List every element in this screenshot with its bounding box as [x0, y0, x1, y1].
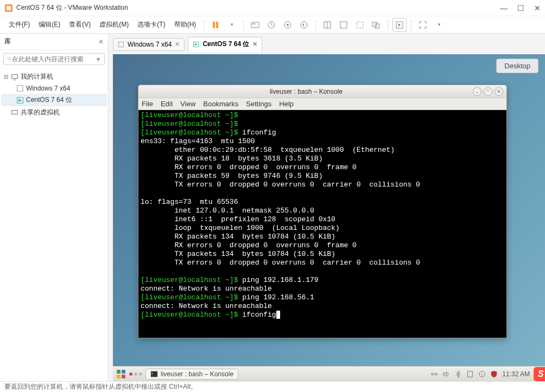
terminal-icon	[150, 370, 158, 378]
minimize-button[interactable]: —	[500, 4, 508, 12]
menu-edit[interactable]: 编辑(E)	[35, 18, 64, 31]
send-key-button[interactable]	[248, 18, 262, 32]
vmware-icon	[4, 4, 13, 12]
svg-rect-2	[213, 22, 215, 28]
konsole-menu-file[interactable]: File	[142, 100, 153, 108]
search-input[interactable]: ▼	[3, 53, 105, 65]
svg-rect-4	[251, 22, 259, 28]
konsole-menu-view[interactable]: View	[180, 100, 195, 108]
snapshot-manage-button[interactable]	[281, 18, 295, 32]
svg-rect-14	[357, 22, 363, 28]
tree-item-label: Windows 7 x64	[26, 85, 70, 92]
menu-vm[interactable]: 虚拟机(M)	[96, 18, 132, 31]
svg-rect-5	[252, 23, 254, 24]
svg-rect-30	[122, 375, 125, 378]
bluetooth-icon[interactable]	[454, 370, 462, 378]
revert-button[interactable]	[297, 18, 311, 32]
vm-display[interactable]: Desktop liveuser : bash – Konsole ⌄ ⌃ ✕ …	[113, 54, 545, 381]
terminal-output[interactable]: [liveuser@localhost ~]$ [liveuser@localh…	[138, 110, 506, 338]
tree-shared-label: 共享的虚拟机	[21, 108, 60, 117]
tree-item-windows7[interactable]: Windows 7 x64	[1, 83, 107, 94]
search-icon	[7, 56, 12, 62]
task-label: liveuser : bash – Konsole	[161, 370, 233, 378]
tree-item-centos7[interactable]: CentOS 7 64 位	[1, 94, 107, 106]
search-field[interactable]	[12, 55, 93, 63]
shared-icon	[11, 109, 18, 117]
konsole-menu-settings[interactable]: Settings	[246, 100, 271, 108]
close-panel-icon[interactable]: ✕	[98, 38, 104, 46]
dropdown-icon[interactable]: ▼	[432, 18, 446, 32]
konsole-minimize-button[interactable]: ⌄	[473, 87, 481, 96]
start-button[interactable]	[116, 369, 126, 379]
clipboard-icon[interactable]	[466, 370, 474, 378]
svg-point-9	[287, 24, 289, 26]
menu-tabs[interactable]: 选项卡(T)	[134, 18, 168, 31]
svg-point-18	[8, 57, 10, 60]
konsole-maximize-button[interactable]: ⌃	[484, 87, 492, 96]
desktop-switcher[interactable]: Desktop	[496, 59, 538, 73]
view-single-button[interactable]	[320, 18, 334, 32]
search-dropdown-icon[interactable]: ▼	[96, 56, 101, 62]
volume-icon[interactable]	[442, 370, 450, 378]
konsole-menubar: File Edit View Bookmarks Settings Help	[138, 98, 506, 110]
unity-button[interactable]	[369, 18, 383, 32]
svg-point-32	[432, 373, 434, 375]
svg-rect-20	[12, 74, 18, 78]
konsole-window[interactable]: liveuser : bash – Konsole ⌄ ⌃ ✕ File Edi…	[138, 85, 507, 338]
tree-root-mycomputer[interactable]: ⊟ 我的计算机	[1, 70, 107, 83]
statusbar: 要返回到您的计算机，请将鼠标指针从虚拟机中移出或按 Ctrl+Alt。	[0, 381, 545, 392]
menu-help[interactable]: 帮助(H)	[171, 18, 200, 31]
vm-tabs: Windows 7 x64 ✕ CentOS 7 64 位 ✕	[109, 34, 545, 55]
shield-icon[interactable]	[490, 370, 498, 378]
svg-text:i: i	[482, 372, 483, 376]
menu-view[interactable]: 查看(V)	[66, 18, 94, 31]
close-button[interactable]: ✕	[534, 4, 541, 12]
menu-file[interactable]: 文件(F)	[5, 18, 33, 31]
vm-running-icon	[193, 41, 199, 48]
konsole-close-button[interactable]: ✕	[495, 87, 503, 96]
konsole-menu-help[interactable]: Help	[279, 100, 294, 108]
konsole-menu-edit[interactable]: Edit	[161, 100, 173, 108]
svg-rect-16	[375, 24, 379, 28]
taskbar-task-konsole[interactable]: liveuser : bash – Konsole	[145, 369, 238, 380]
notification-icon[interactable]: i	[478, 370, 486, 378]
svg-rect-35	[468, 371, 473, 377]
network-icon[interactable]	[430, 370, 438, 378]
svg-rect-6	[254, 23, 255, 24]
tab-label: Windows 7 x64	[128, 41, 172, 48]
svg-rect-22	[17, 86, 23, 92]
tab-close-icon[interactable]: ✕	[175, 41, 180, 48]
vm-running-icon	[16, 97, 24, 104]
svg-line-19	[10, 60, 11, 61]
dropdown-icon[interactable]: ▼	[225, 18, 239, 32]
pause-button[interactable]	[208, 18, 223, 32]
library-header: 库	[4, 37, 98, 46]
svg-rect-15	[372, 22, 377, 27]
maximize-button[interactable]: ☐	[517, 4, 524, 12]
menubar: 文件(F) 编辑(E) 查看(V) 虚拟机(M) 选项卡(T) 帮助(H) ▼ …	[0, 16, 545, 34]
tray-time[interactable]: 11:32 AM	[502, 370, 530, 378]
window-titlebar: CentOS 7 64 位 - VMware Workstation — ☐ ✕	[0, 0, 545, 16]
view-console-button[interactable]	[337, 18, 351, 32]
tab-windows7[interactable]: Windows 7 x64 ✕	[113, 38, 185, 51]
enter-vm-button[interactable]	[392, 18, 407, 32]
tab-close-icon[interactable]: ✕	[252, 41, 257, 48]
tab-label: CentOS 7 64 位	[202, 40, 249, 49]
svg-rect-24	[12, 110, 18, 114]
fullscreen-button[interactable]	[416, 18, 430, 32]
vm-icon	[118, 41, 124, 48]
konsole-titlebar[interactable]: liveuser : bash – Konsole ⌄ ⌃ ✕	[138, 85, 506, 98]
tree-root-label: 我的计算机	[21, 72, 53, 81]
window-title: CentOS 7 64 位 - VMware Workstation	[16, 3, 500, 12]
system-tray: i 11:32 AM	[430, 370, 542, 378]
tree-root-shared[interactable]: 共享的虚拟机	[1, 106, 107, 119]
watermark-icon: S	[534, 367, 545, 381]
computer-icon	[11, 73, 18, 81]
konsole-menu-bookmarks[interactable]: Bookmarks	[203, 100, 238, 108]
tab-centos7[interactable]: CentOS 7 64 位 ✕	[188, 37, 262, 52]
snapshot-button[interactable]	[264, 18, 278, 32]
svg-rect-29	[117, 375, 121, 378]
fit-button[interactable]	[353, 18, 367, 32]
pager[interactable]	[129, 372, 142, 376]
tree-item-label: CentOS 7 64 位	[26, 95, 72, 105]
